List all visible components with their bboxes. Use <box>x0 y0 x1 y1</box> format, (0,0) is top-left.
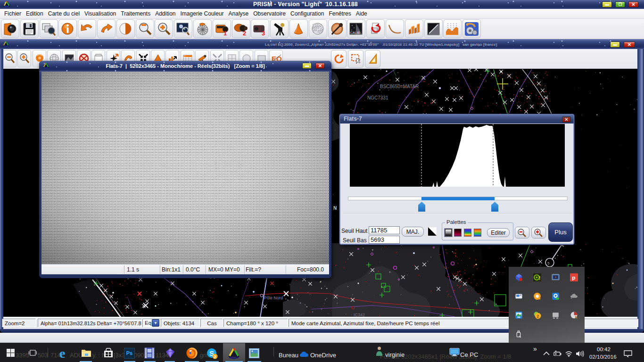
svg-text:N: N <box>333 206 337 211</box>
svg-text:CALIB: CALIB <box>350 31 360 34</box>
svg-text:BSC8650=MATAR: BSC8650=MATAR <box>380 84 419 89</box>
svg-text:IC342: IC342 <box>354 313 365 317</box>
svg-text:NGC7331: NGC7331 <box>367 95 388 100</box>
svg-text:!: ! <box>539 275 541 281</box>
svg-text:2: 2 <box>214 354 216 359</box>
svg-text:2: 2 <box>537 314 539 319</box>
svg-text:2: 2 <box>243 30 246 37</box>
svg-text:1: 1 <box>223 30 227 37</box>
svg-text:3: 3 <box>262 30 265 37</box>
svg-text:5: 5 <box>547 261 550 265</box>
svg-text:Pôle Nord: Pôle Nord <box>264 296 283 300</box>
svg-text:p: p <box>572 274 575 280</box>
